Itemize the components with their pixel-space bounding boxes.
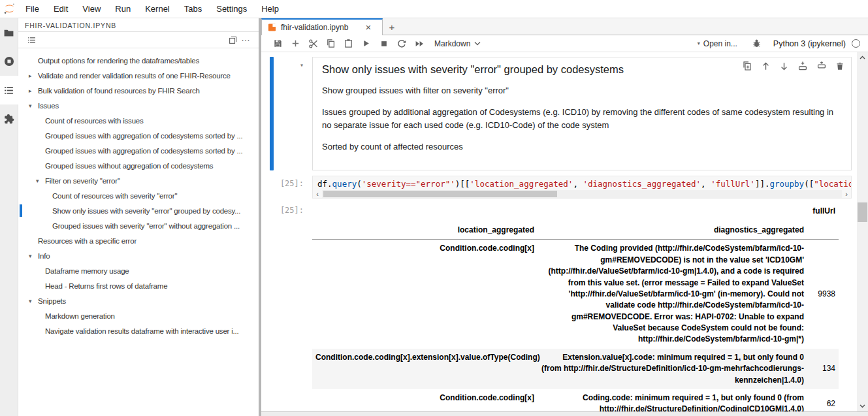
toc-item[interactable]: Head - Returns first rows of dataframe [18,278,259,293]
toc-item[interactable]: Output options for rendering the datafra… [18,53,259,68]
scrollbar-track[interactable] [322,190,842,198]
toc-item[interactable]: Navigate validation results dataframe wi… [18,323,259,338]
new-tab-button[interactable]: + [383,19,401,35]
code-token: "location_aggre [814,179,851,189]
cut-cells-icon[interactable] [304,37,322,51]
activity-bar [0,18,18,416]
toc-item[interactable]: ▸Bulk validation of found resources by F… [18,83,259,98]
scrollbar-thumb[interactable] [323,191,557,197]
toc-item[interactable]: ▾Issues [18,98,259,113]
toc-item[interactable]: Show only issues with severity "error" g… [18,203,259,218]
extensions-icon[interactable] [0,104,18,133]
collapse-all-icon[interactable] [226,33,239,46]
code-token: 'diagnostics_aggregated' [583,179,701,189]
open-in-label: Open in... [703,39,737,48]
markdown-paragraph: Issues grouped by additional aggregation… [322,106,842,132]
menu-view[interactable]: View [75,0,108,18]
delete-cell-icon[interactable] [835,61,844,71]
paste-cells-icon[interactable] [340,37,357,51]
horizontal-scrollbar[interactable]: ‹ › [313,190,851,198]
table-row: Condition.code.coding[x].extension[x].va… [312,349,839,389]
toc-item[interactable]: Markdown generation [18,308,259,323]
more-actions-icon[interactable]: … [239,33,252,46]
toc-item-label: Resources with a specific error [38,237,137,245]
files-icon[interactable] [0,18,18,47]
cell-type-dropdown[interactable]: Markdown [434,39,481,48]
menu-run[interactable]: Run [108,0,138,18]
notebook-icon [268,23,276,32]
insert-cell-below-icon[interactable] [816,61,827,71]
duplicate-cell-icon[interactable] [742,61,752,71]
code-token: query [332,179,357,189]
table-of-contents-icon[interactable] [0,76,18,104]
code-cell[interactable]: [25]: df.query('severity=="error"')[['lo… [261,176,857,199]
toc-item-label: Validate and render validation results o… [38,72,231,80]
caret-down-icon[interactable]: ▾ [36,178,45,184]
caret-down-icon[interactable]: ▾ [29,298,38,304]
menu-tabs[interactable]: Tabs [177,0,209,18]
interrupt-kernel-icon[interactable] [375,37,393,51]
code-line[interactable]: df.query('severity=="error"')[['location… [313,176,851,190]
insert-cell-icon[interactable] [287,37,304,51]
toc-item[interactable]: Grouped issues with aggregation of codes… [18,143,259,158]
toc-item[interactable]: Count of resources with issues [18,113,259,128]
code-editor[interactable]: df.query('severity=="error"')[['location… [312,176,852,199]
cell-diagnostics-aggregated: Extension.value[x].code: minimum require… [538,349,807,389]
toc-item[interactable]: ▾Info [18,248,259,263]
save-icon[interactable] [269,37,287,51]
caret-down-icon[interactable]: ▾ [29,253,38,259]
caret-right-icon[interactable]: ▸ [29,72,38,79]
scroll-right-icon[interactable]: › [842,191,851,197]
caret-down-icon[interactable]: ▾ [29,103,38,109]
close-tab-icon[interactable]: × [365,23,371,32]
move-cell-up-icon[interactable] [761,61,771,71]
debugger-bug-icon[interactable] [748,37,765,51]
toc-item[interactable]: ▾Snippets [18,293,259,308]
toc-item[interactable]: ▾Filter on severity "error" [18,173,259,188]
scroll-down-icon[interactable] [857,401,868,411]
tab-title: fhir-validation.ipynb [281,23,348,32]
panel-title: FHIR-VALIDATION.IPYNB [18,18,259,32]
toc-item[interactable]: Grouped issues with aggregation of codes… [18,128,259,143]
toc-item[interactable]: ▸Validate and render validation results … [18,68,259,83]
toc-item-label: Count of resources with issues [45,117,144,125]
markdown-cell[interactable]: ▾ Show only issues with severity "error"… [261,57,857,170]
restart-kernel-icon[interactable] [393,37,410,51]
cell-diagnostics-aggregated: The Coding provided (http://fhir.de/Code… [538,240,807,349]
code-token: groupby [769,179,804,189]
copy-cells-icon[interactable] [322,37,340,51]
toc-item[interactable]: Dataframe memory usage [18,263,259,278]
markdown-cell-content[interactable]: Show only issues with severity "error" g… [312,57,852,170]
cell-toolbar [742,61,844,71]
scroll-left-icon[interactable]: ‹ [313,191,322,197]
scrollbar-thumb[interactable] [858,202,867,222]
toc-list-icon[interactable] [25,33,38,46]
jupyter-logo-icon [0,2,18,16]
caret-right-icon[interactable]: ▸ [29,88,38,94]
run-cell-icon[interactable] [357,37,375,51]
toc-item[interactable]: Count of resources with severity "error" [18,188,259,203]
open-in-dropdown[interactable]: ▾ Open in... [698,39,737,48]
menu-settings[interactable]: Settings [209,0,254,18]
tab-fhir-validation[interactable]: fhir-validation.ipynb × [261,18,383,35]
running-sessions-icon[interactable] [0,47,18,76]
insert-cell-above-icon[interactable] [797,61,808,71]
tab-bar: fhir-validation.ipynb × + [261,18,868,35]
scroll-up-icon[interactable] [857,52,868,63]
heading-collapse-icon[interactable]: ▾ [300,61,304,69]
menu-file[interactable]: File [18,0,46,18]
notebook-scroll-area: ▾ Show only issues with severity "error"… [261,52,857,411]
toc-item[interactable]: Grouped issues without aggregation of co… [18,158,259,173]
toc-panel: FHIR-VALIDATION.IPYNB [18,18,259,416]
kernel-name[interactable]: Python 3 (ipykernel) [773,39,846,48]
toc-item[interactable]: Grouped issues with severity "error" wit… [18,218,259,233]
markdown-paragraph: Show grouped issues with filter on sever… [322,84,842,97]
move-cell-down-icon[interactable] [779,61,789,71]
code-token: 'severity=="error"' [362,179,455,189]
menu-help[interactable]: Help [254,0,286,18]
menu-edit[interactable]: Edit [46,0,75,18]
toc-item[interactable]: Resources with a specific error [18,233,259,248]
menu-kernel[interactable]: Kernel [138,0,177,18]
vertical-scrollbar[interactable] [857,52,868,411]
restart-run-all-icon[interactable] [410,37,428,51]
